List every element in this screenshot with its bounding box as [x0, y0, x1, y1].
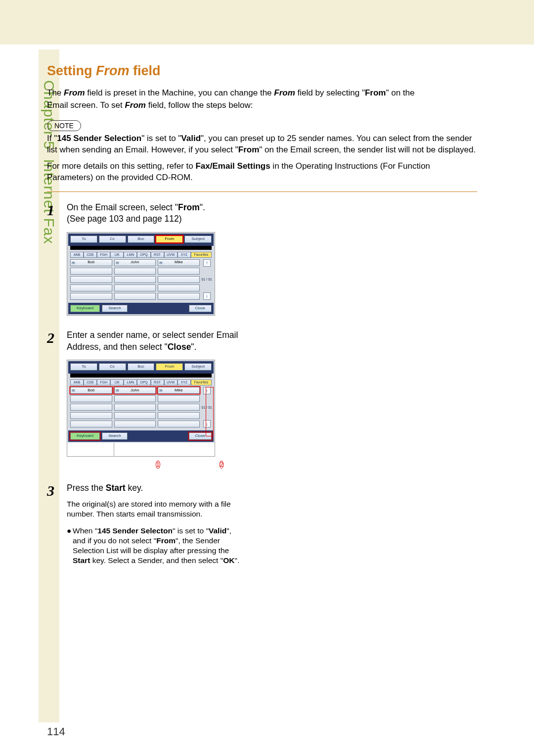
contact-empty[interactable]	[114, 276, 156, 283]
alpha-opq[interactable]: OPQ	[137, 252, 150, 258]
scroll-up-icon[interactable]: ↑	[203, 387, 211, 394]
contact-bob[interactable]: ✉Bob	[70, 387, 112, 394]
mail-icon: ✉	[159, 388, 163, 394]
contact-empty[interactable]	[158, 268, 200, 275]
alpha-lmn[interactable]: LMN	[124, 252, 137, 258]
tab-bcc[interactable]: Bcc	[128, 363, 155, 371]
content-area: Setting From field The From field is pre…	[47, 63, 477, 580]
keyboard-button[interactable]: Keyboard	[70, 432, 100, 440]
close-button[interactable]: Close	[189, 432, 212, 440]
divider	[47, 191, 477, 192]
note-text-1: If "145 Sender Selection" is set to "Val…	[47, 133, 477, 156]
step-number: 1	[47, 202, 67, 316]
step-number: 3	[47, 482, 67, 566]
alpha-opq[interactable]: OPQ	[137, 379, 150, 385]
alpha-cde[interactable]: CDE	[84, 252, 97, 258]
step-body: Press the Start key. The original(s) are…	[67, 482, 245, 566]
screenshot-1: To Cc Bcc From Subject #AB CDE FGH IJK L…	[67, 232, 215, 316]
scroll-down-icon[interactable]: ↓	[203, 292, 211, 300]
alpha-ab[interactable]: #AB	[70, 252, 84, 258]
contact-bob[interactable]: ✉Bob	[70, 259, 112, 266]
alpha-lmn[interactable]: LMN	[124, 379, 137, 385]
page-indicator: 01 / 01	[202, 406, 212, 409]
tab-cc[interactable]: Cc	[99, 236, 126, 243]
tab-subject[interactable]: Subject	[184, 236, 212, 243]
contact-empty[interactable]	[70, 421, 112, 427]
header-band	[0, 0, 534, 45]
contact-empty[interactable]	[158, 276, 200, 283]
contact-empty[interactable]	[158, 404, 200, 411]
contact-empty[interactable]	[114, 284, 156, 291]
contact-empty[interactable]	[70, 284, 112, 291]
note-block: NOTE If "145 Sender Selection" is set to…	[47, 120, 477, 184]
step-body: On the Email screen, select "From". (See…	[67, 202, 245, 316]
tab-from[interactable]: From	[156, 236, 183, 243]
contact-john[interactable]: ✉John	[114, 259, 156, 266]
alpha-fgh[interactable]: FGH	[97, 252, 110, 258]
alpha-uvw[interactable]: UVW	[164, 252, 178, 258]
page-title: Setting From field	[47, 63, 477, 79]
contact-empty[interactable]	[114, 293, 156, 300]
tab-cc[interactable]: Cc	[99, 363, 126, 371]
steps: 1 On the Email screen, select "From". (S…	[47, 202, 477, 566]
alpha-ijk[interactable]: IJK	[110, 379, 124, 385]
keyboard-button[interactable]: Keyboard	[70, 305, 100, 312]
alpha-uvw[interactable]: UVW	[164, 379, 178, 385]
mail-icon: ✉	[72, 388, 75, 394]
step-body: Enter a sender name, or select sender Em…	[67, 330, 245, 469]
contact-empty[interactable]	[70, 293, 112, 300]
screenshot-2: To Cc Bcc From Subject #AB CDE FGH IJK L…	[67, 360, 215, 443]
page-number: 114	[47, 725, 65, 738]
callout-1: 1	[156, 461, 160, 469]
alpha-rst[interactable]: RST	[151, 252, 164, 258]
tab-subject[interactable]: Subject	[184, 363, 212, 371]
contact-john[interactable]: ✉John	[114, 387, 156, 394]
contact-empty[interactable]	[114, 421, 156, 427]
step-number: 2	[47, 330, 67, 469]
contact-empty[interactable]	[70, 404, 112, 411]
contact-mike[interactable]: ✉Mike	[158, 387, 200, 394]
step-1: 1 On the Email screen, select "From". (S…	[47, 202, 477, 316]
tab-to[interactable]: To	[70, 363, 97, 371]
alpha-ab[interactable]: #AB	[70, 379, 84, 385]
contact-empty[interactable]	[114, 404, 156, 411]
step-3: 3 Press the Start key. The original(s) a…	[47, 482, 477, 566]
contact-empty[interactable]	[70, 276, 112, 283]
search-button[interactable]: Search	[102, 432, 127, 440]
tab-to[interactable]: To	[70, 236, 97, 243]
tab-bcc[interactable]: Bcc	[128, 236, 155, 243]
alpha-favorites[interactable]: Favorites	[191, 252, 212, 258]
alpha-cde[interactable]: CDE	[84, 379, 97, 385]
contact-empty[interactable]	[114, 412, 156, 419]
alpha-fgh[interactable]: FGH	[97, 379, 110, 385]
step-3-bullet: ● When "145 Sender Selecton" is set to "…	[67, 526, 245, 566]
close-button[interactable]: Close	[189, 305, 212, 312]
alpha-ijk[interactable]: IJK	[110, 252, 124, 258]
contact-mike[interactable]: ✉Mike	[158, 259, 200, 266]
contact-empty[interactable]	[158, 284, 200, 291]
alpha-rst[interactable]: RST	[151, 379, 164, 385]
contact-empty[interactable]	[114, 268, 156, 275]
mail-icon: ✉	[116, 261, 119, 266]
scroll-down-icon[interactable]: ↓	[203, 420, 211, 427]
bullet-icon: ●	[67, 526, 73, 566]
alpha-xyz[interactable]: XYZ	[178, 252, 191, 258]
contact-empty[interactable]	[70, 268, 112, 275]
contact-empty[interactable]	[70, 412, 112, 419]
contact-empty[interactable]	[158, 395, 200, 402]
step-3-sub: The original(s) are stored into memory w…	[67, 499, 245, 519]
search-button[interactable]: Search	[102, 305, 127, 312]
note-badge: NOTE	[47, 120, 81, 131]
contact-empty[interactable]	[158, 412, 200, 419]
mail-icon: ✉	[116, 388, 119, 394]
alpha-xyz[interactable]: XYZ	[178, 379, 191, 385]
contact-empty[interactable]	[70, 395, 112, 402]
note-text-2: For more details on this setting, refer …	[47, 161, 477, 184]
contact-empty[interactable]	[114, 395, 156, 402]
intro-text: The From field is preset in the Machine,…	[47, 88, 477, 111]
alpha-favorites[interactable]: Favorites	[191, 379, 212, 385]
contact-empty[interactable]	[158, 293, 200, 300]
scroll-up-icon[interactable]: ↑	[203, 259, 211, 267]
contact-empty[interactable]	[158, 421, 200, 427]
tab-from[interactable]: From	[156, 363, 183, 371]
